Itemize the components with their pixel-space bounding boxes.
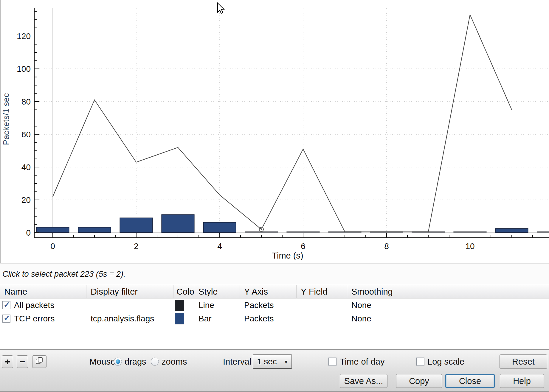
x-tick-label: 0 [50, 242, 55, 251]
row-enabled-checkbox[interactable] [2, 315, 10, 323]
time-of-day-label[interactable]: Time of day [340, 357, 384, 367]
remove-graph-button[interactable]: − [17, 355, 28, 368]
graph-table: Name Display filter Colo Style Y Axis Y … [0, 285, 549, 349]
io-graph-plot[interactable]: 0204060801001200246810Packets/1 secTime … [0, 0, 549, 263]
tcp-errors-bar[interactable] [454, 232, 486, 233]
chevron-down-icon: ▼ [283, 359, 289, 365]
tcp-errors-bar[interactable] [537, 232, 549, 233]
duplicate-graph-button[interactable] [32, 355, 46, 368]
window-left-edge [0, 0, 1, 263]
y-tick-label: 0 [26, 228, 31, 237]
close-button[interactable]: Close [445, 374, 495, 388]
style-cell[interactable]: Bar [194, 314, 240, 323]
y-tick-label: 100 [17, 64, 31, 74]
x-tick-label: 8 [384, 242, 389, 251]
interval-dropdown[interactable]: 1 sec ▼ [253, 354, 292, 369]
x-tick-label: 6 [301, 242, 305, 251]
column-header-smoothing[interactable]: Smoothing [347, 285, 549, 298]
column-header-name[interactable]: Name [0, 285, 86, 298]
y-axis-cell[interactable]: Packets [240, 314, 297, 323]
drags-label[interactable]: drags [125, 357, 146, 367]
column-header-style[interactable]: Style [194, 285, 240, 298]
row-enabled-checkbox[interactable] [2, 301, 10, 309]
help-button[interactable]: Help [500, 374, 544, 388]
time-of-day-checkbox[interactable] [328, 358, 336, 366]
graph-name: TCP errors [14, 314, 55, 323]
table-header-row: Name Display filter Colo Style Y Axis Y … [0, 285, 549, 298]
log-scale-label[interactable]: Log scale [427, 357, 464, 367]
column-header-y-axis[interactable]: Y Axis [240, 285, 297, 298]
y-tick-label: 20 [21, 195, 31, 205]
hint-bar: Click to select packet 223 (5s = 2). [0, 263, 549, 285]
mouse-cursor-icon [218, 3, 224, 13]
tcp-errors-bar[interactable] [287, 232, 319, 233]
controls-bar: + − Mouse drags zooms Interval 1 sec ▼ T… [0, 350, 549, 373]
io-graph-canvas[interactable]: 0204060801001200246810Packets/1 secTime … [0, 0, 549, 263]
x-axis-title: Time (s) [272, 251, 303, 260]
column-header-color[interactable]: Colo [173, 285, 194, 298]
tcp-errors-bar[interactable] [78, 227, 111, 233]
tcp-errors-bar[interactable] [162, 215, 194, 233]
y-tick-label: 80 [21, 97, 31, 106]
tcp-errors-bar[interactable] [36, 227, 69, 233]
duplicate-icon [35, 356, 44, 367]
tcp-errors-bar[interactable] [203, 222, 236, 233]
style-cell[interactable]: Line [194, 301, 240, 310]
save-as-button[interactable]: Save As... [340, 374, 387, 388]
tcp-errors-bar[interactable] [120, 218, 152, 233]
reset-button[interactable]: Reset [500, 354, 547, 369]
color-swatch[interactable] [175, 300, 184, 311]
mouse-zooms-radio[interactable] [151, 358, 159, 366]
smoothing-cell[interactable]: None [347, 301, 549, 310]
interval-label: Interval [223, 357, 251, 367]
x-tick-label: 10 [465, 242, 474, 251]
interval-value: 1 sec [257, 357, 277, 366]
x-tick-label: 4 [217, 242, 222, 251]
y-axis-title: Packets/1 sec [1, 93, 11, 145]
graph-name: All packets [14, 301, 54, 310]
copy-button[interactable]: Copy [396, 374, 442, 388]
column-header-y-field[interactable]: Y Field [297, 285, 347, 298]
table-row[interactable]: TCP errors tcp.analysis.flags Bar Packet… [0, 312, 549, 325]
mouse-label: Mouse [89, 357, 115, 367]
y-axis-cell[interactable]: Packets [240, 301, 297, 310]
y-tick-label: 60 [21, 130, 31, 139]
tcp-errors-bar[interactable] [495, 228, 528, 233]
all-packets-line[interactable] [53, 15, 512, 232]
footer-bar: Save As... Copy Close Help [0, 373, 549, 392]
y-tick-label: 40 [21, 163, 31, 172]
hint-text: Click to select packet 223 (5s = 2). [0, 270, 125, 279]
y-tick-label: 120 [17, 32, 31, 41]
table-row[interactable]: All packets Line Packets None [0, 298, 549, 312]
tcp-errors-bar[interactable] [245, 232, 277, 233]
color-swatch[interactable] [175, 313, 184, 324]
x-tick-label: 2 [134, 242, 139, 251]
add-graph-button[interactable]: + [2, 355, 13, 368]
display-filter-cell[interactable]: tcp.analysis.flags [86, 314, 173, 323]
log-scale-checkbox[interactable] [416, 358, 424, 366]
smoothing-cell[interactable]: None [347, 314, 549, 323]
zooms-label[interactable]: zooms [162, 357, 187, 367]
mouse-drags-radio[interactable] [114, 358, 122, 366]
column-header-display-filter[interactable]: Display filter [86, 285, 173, 298]
